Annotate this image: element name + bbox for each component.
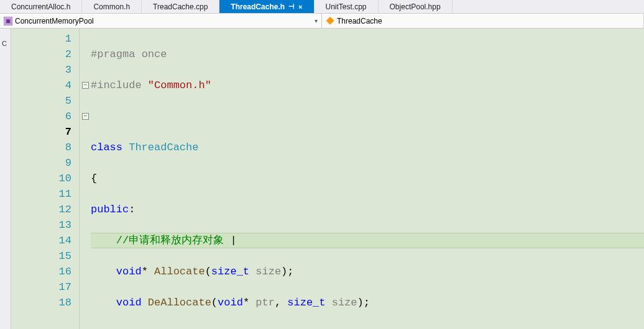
code-editor[interactable]: 1 2 3 4 5 6 7 8 9 10 11 12 13 14 15 16 1… [11, 29, 644, 329]
tab-unittest[interactable]: UnitTest.cpp [315, 0, 379, 13]
tab-bar: ConcurrentAlloc.h Common.h TreadCache.cp… [0, 0, 644, 14]
close-icon[interactable]: × [298, 3, 302, 11]
project-icon: ▣ [4, 17, 12, 25]
tab-common[interactable]: Common.h [82, 0, 142, 13]
tab-treadcache-cpp[interactable]: TreadCache.cpp [142, 0, 219, 13]
chevron-down-icon: ▾ [315, 17, 318, 24]
code-area[interactable]: #pragma once #include "Common.h" class T… [91, 29, 644, 329]
pin-icon[interactable]: ⊣ [288, 2, 295, 11]
scope-project-label: ConcurrentMemoryPool [15, 17, 94, 25]
scope-project-combo[interactable]: ▣ ConcurrentMemoryPool ▾ [0, 14, 322, 28]
left-strip-label: C [2, 40, 7, 47]
scope-class-combo[interactable]: 🔶 ThreadCache ▾ [322, 14, 644, 28]
fold-gutter: − − [80, 29, 91, 329]
class-icon: 🔶 [326, 17, 334, 25]
tab-concurrentalloc[interactable]: ConcurrentAlloc.h [0, 0, 82, 13]
fold-toggle-icon[interactable]: − [82, 82, 89, 89]
tab-threadcache-h[interactable]: ThreadCache.h ⊣ × [219, 0, 314, 13]
fold-toggle-icon[interactable]: − [82, 113, 89, 120]
left-indicator-margin: C [0, 29, 11, 329]
scope-class-label: ThreadCache [337, 17, 382, 25]
line-number-gutter: 1 2 3 4 5 6 7 8 9 10 11 12 13 14 15 16 1… [11, 29, 80, 329]
tab-objectpool[interactable]: ObjectPool.hpp [379, 0, 453, 13]
text-cursor: | [230, 235, 236, 246]
navigation-bar: ▣ ConcurrentMemoryPool ▾ 🔶 ThreadCache ▾ [0, 14, 644, 29]
